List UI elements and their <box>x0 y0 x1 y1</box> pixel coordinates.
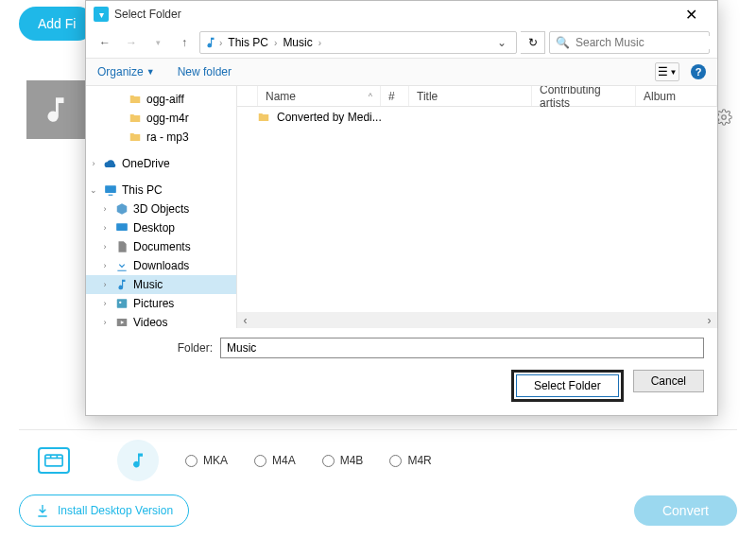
nav-forward-icon[interactable]: → <box>120 31 143 54</box>
select-folder-highlight: Select Folder <box>511 370 624 402</box>
organize-menu[interactable]: Organize ▼ <box>97 65 155 78</box>
help-icon[interactable]: ? <box>691 64 706 79</box>
tree-videos[interactable]: ›Videos <box>86 313 236 328</box>
svg-point-8 <box>119 302 121 304</box>
select-folder-button[interactable]: Select Folder <box>516 374 619 397</box>
search-icon: 🔍 <box>556 36 570 49</box>
svg-rect-5 <box>105 185 116 193</box>
col-album: Album <box>636 86 717 106</box>
folder-label: Folder: <box>99 341 213 355</box>
svg-rect-6 <box>116 223 128 231</box>
tree-item[interactable]: ra - mp3 <box>86 128 236 147</box>
format-m4r[interactable]: M4R <box>389 454 431 467</box>
list-header[interactable]: Name^ # Title Contributing artists Album <box>237 86 717 107</box>
refresh-icon[interactable]: ↻ <box>521 31 545 54</box>
app-icon: ▾ <box>94 7 109 22</box>
video-format-icon[interactable] <box>38 447 70 474</box>
col-name: Name^ <box>258 86 381 106</box>
tree-desktop[interactable]: ›Desktop <box>86 218 236 237</box>
format-mka[interactable]: MKA <box>185 454 228 467</box>
search-input[interactable]: 🔍 <box>549 31 710 54</box>
tree-3d-objects[interactable]: ›3D Objects <box>86 200 236 218</box>
tree-item[interactable]: ogg-m4r <box>86 109 236 128</box>
svg-rect-7 <box>117 299 128 307</box>
tree-downloads[interactable]: ›Downloads <box>86 256 236 275</box>
audio-format-icon[interactable] <box>117 440 159 481</box>
media-thumbnail <box>26 80 85 139</box>
folder-name-input[interactable] <box>220 338 704 358</box>
convert-button[interactable]: Convert <box>634 495 737 526</box>
format-m4b[interactable]: M4B <box>322 454 364 467</box>
folder-tree: ogg-aiff ogg-m4r ra - mp3 ›OneDrive ⌄Thi… <box>86 86 237 328</box>
new-folder-button[interactable]: New folder <box>178 65 232 78</box>
tree-onedrive[interactable]: ›OneDrive <box>86 154 236 173</box>
dialog-title: Select Folder <box>114 8 672 21</box>
breadcrumb[interactable]: › This PC › Music › ⌄ <box>199 31 517 54</box>
col-number: # <box>381 86 409 106</box>
cancel-button[interactable]: Cancel <box>633 370 704 392</box>
col-artists: Contributing artists <box>532 86 636 106</box>
svg-rect-1 <box>45 455 62 466</box>
tree-this-pc[interactable]: ⌄This PC <box>86 181 236 200</box>
nav-history-icon[interactable]: ▾ <box>146 31 169 54</box>
view-options-icon[interactable]: ☰▼ <box>655 62 679 81</box>
tree-documents[interactable]: ›Documents <box>86 237 236 256</box>
list-item[interactable]: Converted by Medi... <box>237 107 717 128</box>
breadcrumb-dropdown-icon[interactable]: ⌄ <box>491 36 512 49</box>
tree-music[interactable]: ›Music <box>86 275 236 294</box>
nav-back-icon[interactable]: ← <box>94 31 116 54</box>
select-folder-dialog: ▾ Select Folder ✕ ← → ▾ ↑ › This PC › Mu… <box>85 0 718 416</box>
horizontal-scrollbar[interactable]: ‹› <box>237 312 717 328</box>
col-title: Title <box>409 86 532 106</box>
format-m4a[interactable]: M4A <box>254 454 296 467</box>
format-options: MKA M4A M4B M4R <box>185 454 432 467</box>
svg-point-0 <box>722 115 727 120</box>
nav-up-icon[interactable]: ↑ <box>173 31 196 54</box>
install-desktop-button[interactable]: Install Desktop Version <box>19 495 189 527</box>
close-icon[interactable]: ✕ <box>672 6 710 24</box>
tree-pictures[interactable]: ›Pictures <box>86 294 236 313</box>
tree-item[interactable]: ogg-aiff <box>86 90 236 109</box>
add-file-button[interactable]: Add Fi <box>19 7 94 41</box>
